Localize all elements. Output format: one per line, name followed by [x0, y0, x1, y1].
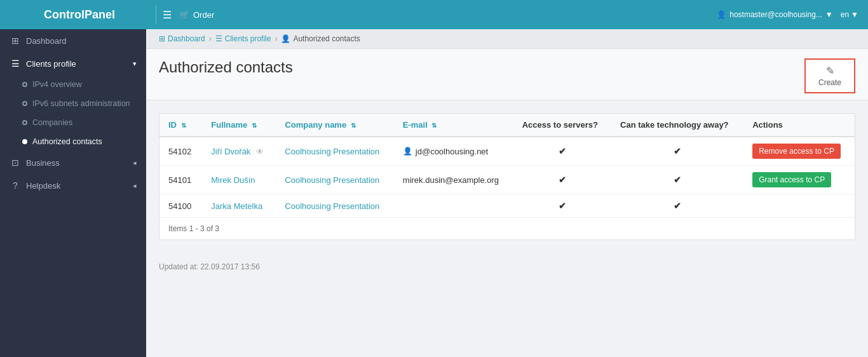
- col-fullname-sort-icon: ⇅: [252, 122, 257, 129]
- page-title: Authorized contacts: [159, 58, 293, 76]
- access-check-2: ✔: [559, 175, 566, 185]
- navbar-right: 👤 hostmaster@coolhousing... ▼ en ▼: [717, 10, 858, 19]
- email-value-1: jd@coolhousing.net: [416, 147, 488, 156]
- breadcrumb-dashboard-icon: ⊞: [159, 34, 165, 43]
- clients-profile-chevron: ▾: [133, 60, 137, 68]
- clients-profile-icon: ☰: [10, 58, 21, 69]
- col-actions: Actions: [743, 114, 855, 137]
- col-access-label: Access to servers?: [522, 120, 598, 130]
- cell-id-3: 54100: [159, 194, 202, 218]
- nav-divider: [156, 5, 156, 24]
- lang-label: en: [841, 10, 849, 19]
- helpdesk-chevron: ◂: [133, 182, 137, 190]
- sidebar-label-companies: Companies: [32, 118, 72, 127]
- eye-icon-1[interactable]: 👁: [256, 147, 264, 156]
- sidebar-item-dashboard[interactable]: ⊞ Dashboard: [0, 29, 146, 52]
- grant-access-button-2[interactable]: Grant access to CP: [752, 172, 831, 187]
- breadcrumb-current: 👤 Authorized contacts: [281, 34, 360, 43]
- cell-company-2: Coolhousing Presentation: [276, 166, 393, 194]
- takeaway-check-3: ✔: [674, 201, 681, 211]
- cell-action-3: [743, 194, 855, 218]
- cell-takeaway-2: ✔: [611, 166, 743, 194]
- takeaway-check-2: ✔: [674, 175, 681, 185]
- fullname-link-3[interactable]: Jarka Metelka: [211, 201, 262, 211]
- navbar: ControlPanel ☰ 🛒 Order 👤 hostmaster@cool…: [0, 0, 868, 29]
- cell-email-1: 👤 jd@coolhousing.net: [394, 137, 513, 166]
- updated-label: Updated at: 22.09.2017 13:56: [159, 262, 260, 271]
- cell-action-1: Remove access to CP: [743, 137, 855, 166]
- col-company[interactable]: Company name ⇅: [276, 114, 393, 137]
- sidebar-item-clients-profile[interactable]: ☰ Clients profile ▾: [0, 52, 146, 75]
- language-menu[interactable]: en ▼: [841, 10, 858, 19]
- cell-access-1: ✔: [513, 137, 611, 166]
- cell-email-3: [394, 194, 513, 218]
- breadcrumb-sep-2: ›: [275, 34, 277, 43]
- cell-access-3: ✔: [513, 194, 611, 218]
- sidebar-label-dashboard: Dashboard: [26, 36, 67, 46]
- table-element: ID ⇅ Fullname ⇅ Company name ⇅ E-mail: [159, 114, 855, 217]
- company-link-1[interactable]: Coolhousing Presentation: [285, 147, 379, 156]
- dashboard-icon: ⊞: [10, 36, 21, 46]
- email-user-icon-1: 👤: [403, 147, 412, 156]
- access-check-3: ✔: [559, 201, 566, 211]
- user-dropdown-icon: ▼: [825, 10, 833, 19]
- sidebar-item-ipv4[interactable]: IPv4 overview: [0, 75, 146, 94]
- sidebar-item-helpdesk[interactable]: ? Helpdesk ◂: [0, 174, 146, 197]
- cell-company-1: Coolhousing Presentation: [276, 137, 393, 166]
- company-link-2[interactable]: Coolhousing Presentation: [285, 175, 379, 185]
- col-id[interactable]: ID ⇅: [159, 114, 202, 137]
- cell-company-3: Coolhousing Presentation: [276, 194, 393, 218]
- cell-fullname-2: Mirek Dušín: [202, 166, 276, 194]
- create-button[interactable]: ✎ Create: [804, 58, 855, 93]
- ipv6-dot-icon: [22, 101, 27, 106]
- sidebar-item-authorized-contacts[interactable]: Authorized contacts: [0, 132, 146, 151]
- cell-fullname-1: Jiří Dvořák 👁: [202, 137, 276, 166]
- user-email: hostmaster@coolhousing...: [729, 10, 822, 19]
- sidebar-item-ipv6[interactable]: IPv6 subnets administration: [0, 94, 146, 113]
- col-fullname-label: Fullname: [211, 120, 247, 130]
- order-label: Order: [193, 10, 214, 20]
- takeaway-check-1: ✔: [674, 146, 681, 156]
- col-company-label: Company name: [285, 120, 346, 130]
- cell-takeaway-3: ✔: [611, 194, 743, 218]
- cell-id-2: 54101: [159, 166, 202, 194]
- table-head: ID ⇅ Fullname ⇅ Company name ⇅ E-mail: [159, 114, 855, 137]
- table-header-row: ID ⇅ Fullname ⇅ Company name ⇅ E-mail: [159, 114, 855, 137]
- app-brand: ControlPanel: [10, 8, 149, 22]
- order-nav-item[interactable]: 🛒 Order: [179, 10, 214, 20]
- fullname-link-1[interactable]: Jiří Dvořák: [211, 147, 250, 156]
- cell-email-2: mirek.dusin@example.org: [394, 166, 513, 194]
- contacts-table: ID ⇅ Fullname ⇅ Company name ⇅ E-mail: [159, 113, 855, 240]
- companies-dot-icon: [22, 120, 27, 125]
- user-icon: 👤: [717, 10, 726, 19]
- main-content: ⊞ Dashboard › ☰ Clients profile › 👤 Auth…: [146, 29, 868, 357]
- breadcrumb-dashboard[interactable]: ⊞ Dashboard: [159, 34, 205, 43]
- sidebar-item-business[interactable]: ⊡ Business ◂: [0, 151, 146, 174]
- cell-takeaway-1: ✔: [611, 137, 743, 166]
- breadcrumb-current-icon: 👤: [281, 34, 290, 43]
- create-edit-icon: ✎: [826, 65, 834, 77]
- breadcrumb-clients-label: Clients profile: [225, 34, 271, 43]
- content-area: ID ⇅ Fullname ⇅ Company name ⇅ E-mail: [146, 100, 868, 253]
- lang-dropdown-icon: ▼: [851, 10, 858, 19]
- breadcrumb: ⊞ Dashboard › ☰ Clients profile › 👤 Auth…: [146, 29, 868, 49]
- table-footer: Items 1 - 3 of 3: [159, 217, 855, 239]
- col-email[interactable]: E-mail ⇅: [394, 114, 513, 137]
- col-fullname[interactable]: Fullname ⇅: [202, 114, 276, 137]
- sidebar-label-ipv6: IPv6 subnets administration: [32, 99, 130, 108]
- col-take-away: Can take technology away?: [611, 114, 743, 137]
- cell-id-1: 54102: [159, 137, 202, 166]
- user-menu[interactable]: 👤 hostmaster@coolhousing... ▼: [717, 10, 832, 19]
- sidebar-item-companies[interactable]: Companies: [0, 113, 146, 132]
- authorized-contacts-dot-icon: [22, 139, 27, 144]
- sidebar: ⊞ Dashboard ☰ Clients profile ▾ IPv4 ove…: [0, 29, 146, 357]
- breadcrumb-clients-profile[interactable]: ☰ Clients profile: [215, 34, 271, 43]
- fullname-link-2[interactable]: Mirek Dušín: [211, 175, 255, 185]
- menu-toggle-icon[interactable]: ☰: [163, 9, 172, 21]
- remove-access-button-1[interactable]: Remove access to CP: [752, 144, 841, 159]
- company-link-3[interactable]: Coolhousing Presentation: [285, 201, 379, 211]
- col-access-servers: Access to servers?: [513, 114, 611, 137]
- ipv4-dot-icon: [22, 82, 27, 87]
- table-body: 54102 Jiří Dvořák 👁 Coolhousing Presenta…: [159, 137, 855, 217]
- col-actions-label: Actions: [752, 120, 783, 130]
